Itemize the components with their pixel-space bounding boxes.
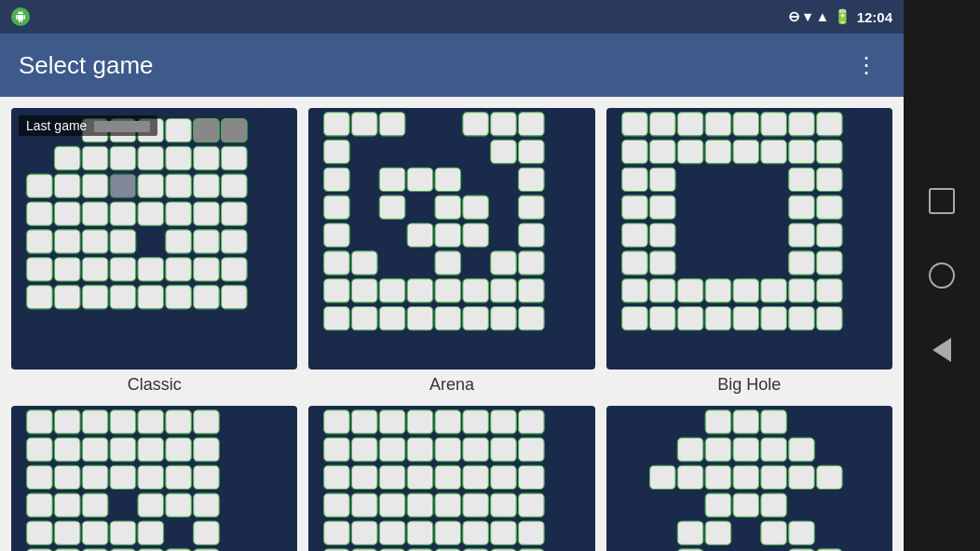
game-item-classic[interactable]: Last game [11, 108, 297, 395]
svg-rect-229 [519, 493, 545, 517]
svg-rect-267 [761, 465, 787, 489]
svg-rect-53 [138, 230, 164, 253]
last-game-badge: Last game [19, 115, 157, 136]
svg-rect-138 [705, 140, 731, 163]
svg-rect-8 [82, 146, 108, 169]
back-icon [932, 338, 951, 362]
home-button[interactable] [923, 257, 960, 294]
svg-rect-206 [324, 437, 350, 461]
svg-rect-198 [324, 410, 350, 433]
svg-rect-274 [705, 521, 731, 544]
svg-rect-62 [491, 140, 517, 163]
game-item-arena[interactable]: Arena [308, 108, 594, 395]
game-item-spiral[interactable] [11, 406, 297, 551]
side-navigation [904, 0, 980, 551]
svg-rect-49 [166, 286, 192, 309]
svg-rect-115 [621, 223, 647, 247]
svg-rect-122 [649, 307, 675, 330]
game-item-cross[interactable] [606, 406, 892, 551]
svg-rect-60 [519, 113, 545, 136]
svg-rect-139 [733, 140, 759, 163]
svg-rect-148 [788, 223, 814, 247]
time: 12:04 [857, 9, 892, 25]
more-options-button[interactable]: ⋮ [848, 45, 885, 86]
svg-rect-128 [816, 307, 842, 330]
svg-rect-104 [705, 113, 731, 136]
svg-rect-70 [380, 195, 406, 219]
svg-rect-156 [194, 410, 220, 433]
svg-rect-80 [352, 251, 378, 275]
svg-rect-152 [82, 410, 108, 433]
svg-rect-237 [519, 521, 545, 544]
recent-apps-button[interactable] [923, 182, 960, 220]
svg-rect-276 [788, 521, 814, 544]
svg-rect-271 [733, 493, 759, 517]
svg-rect-34 [194, 230, 220, 253]
svg-rect-140 [761, 140, 787, 163]
svg-rect-257 [761, 410, 787, 433]
svg-rect-269 [816, 465, 842, 489]
svg-rect-113 [621, 195, 647, 219]
svg-rect-180 [166, 493, 192, 517]
svg-rect-258 [677, 437, 703, 461]
svg-rect-89 [463, 279, 489, 302]
svg-rect-112 [816, 168, 842, 191]
svg-rect-218 [435, 465, 461, 489]
svg-rect-36 [27, 258, 53, 281]
svg-rect-38 [82, 258, 108, 281]
svg-rect-130 [788, 140, 814, 163]
svg-rect-15 [54, 174, 80, 197]
svg-rect-91 [519, 279, 545, 302]
svg-rect-177 [138, 437, 164, 461]
svg-rect-231 [352, 521, 378, 544]
game-item-full[interactable] [308, 406, 594, 551]
svg-rect-51 [222, 286, 248, 309]
svg-rect-82 [491, 251, 517, 275]
svg-rect-56 [352, 113, 378, 136]
svg-rect-33 [166, 230, 192, 253]
svg-rect-191 [138, 465, 164, 489]
svg-rect-52 [110, 174, 136, 197]
svg-rect-87 [407, 279, 433, 302]
svg-rect-228 [491, 493, 517, 517]
cross-grid-svg [606, 406, 864, 551]
svg-rect-224 [380, 493, 406, 517]
svg-rect-101 [621, 113, 647, 136]
svg-rect-105 [733, 113, 759, 136]
svg-rect-88 [435, 279, 461, 302]
svg-rect-124 [705, 307, 731, 330]
svg-rect-9 [110, 146, 136, 169]
svg-rect-150 [27, 410, 53, 433]
svg-rect-233 [407, 521, 433, 544]
back-button[interactable] [923, 331, 960, 369]
svg-rect-68 [519, 168, 545, 191]
svg-rect-107 [788, 113, 814, 136]
svg-rect-232 [380, 521, 406, 544]
svg-rect-75 [407, 223, 433, 247]
svg-rect-216 [380, 465, 406, 489]
svg-rect-17 [138, 174, 164, 197]
svg-rect-192 [138, 493, 164, 517]
svg-rect-227 [463, 493, 489, 517]
svg-rect-111 [621, 168, 647, 191]
svg-rect-265 [705, 465, 731, 489]
circle-icon [929, 262, 955, 289]
svg-rect-43 [222, 258, 248, 281]
svg-rect-171 [27, 493, 53, 517]
svg-rect-157 [194, 437, 220, 461]
svg-rect-225 [407, 493, 433, 517]
svg-rect-170 [27, 465, 53, 489]
svg-rect-178 [166, 437, 192, 461]
svg-rect-142 [705, 279, 731, 302]
game-item-bighole[interactable]: Big Hole [606, 108, 892, 395]
spiral-grid-svg [11, 406, 269, 551]
svg-rect-99 [519, 307, 545, 330]
svg-rect-37 [54, 258, 80, 281]
svg-rect-133 [649, 168, 675, 191]
svg-rect-14 [27, 174, 53, 197]
svg-rect-46 [82, 286, 108, 309]
svg-rect-205 [519, 410, 545, 433]
svg-rect-86 [380, 279, 406, 302]
classic-label: Classic [128, 375, 182, 395]
svg-rect-201 [407, 410, 433, 433]
